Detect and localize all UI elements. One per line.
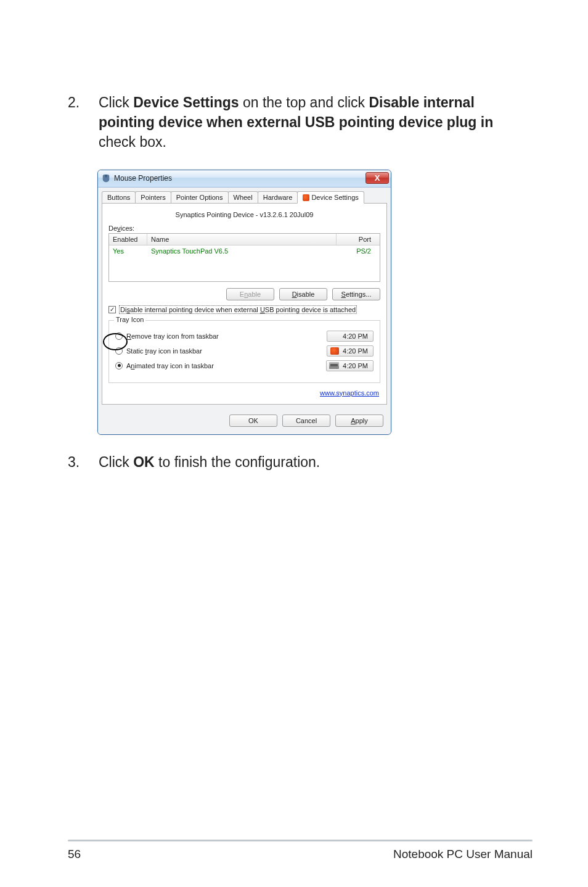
radio-label: Static tray icon in taskbar bbox=[126, 347, 202, 355]
radio-animated-tray[interactable]: Animated tray icon in taskbar 4:20 PM bbox=[115, 360, 374, 371]
tab-buttons[interactable]: Buttons bbox=[102, 191, 136, 203]
enable-button: Enable bbox=[226, 288, 274, 300]
checkbox-icon[interactable]: ✓ bbox=[108, 306, 116, 313]
mouse-icon bbox=[102, 174, 110, 183]
disable-external-checkbox-row[interactable]: ✓ Disable internal pointing device when … bbox=[108, 305, 380, 314]
step-text: Click OK to finish the configuration. bbox=[99, 452, 533, 472]
synaptics-link-row: www.synaptics.com bbox=[110, 389, 379, 397]
step-number: 2. bbox=[68, 93, 99, 152]
tab-label: Device Settings bbox=[311, 194, 358, 201]
table-header: Enabled Name Port bbox=[109, 234, 380, 245]
label-part: ices: bbox=[121, 225, 135, 232]
close-button[interactable]: X bbox=[365, 172, 389, 184]
apply-button[interactable]: Apply bbox=[335, 415, 383, 427]
cell-port: PS/2 bbox=[337, 245, 380, 257]
ok-button[interactable]: OK bbox=[229, 415, 277, 427]
radio-icon[interactable] bbox=[115, 332, 123, 340]
label-part: Di bbox=[120, 306, 126, 313]
step-text-part: to finish the configuration. bbox=[155, 454, 321, 470]
tabstrip: Buttons Pointers Pointer Options Wheel H… bbox=[98, 188, 391, 203]
tray-preview-animated: 4:20 PM bbox=[326, 360, 374, 371]
btn-underline: S bbox=[341, 291, 346, 298]
radio-label: Animated tray icon in taskbar bbox=[126, 362, 214, 369]
step-number: 3. bbox=[68, 452, 99, 472]
footer-divider bbox=[68, 840, 533, 841]
dialog-button-row: OK Cancel Apply bbox=[98, 408, 391, 434]
tray-icon-fieldset: Tray Icon Remove tray icon from taskbar … bbox=[108, 320, 380, 383]
step-text-part: on the top and click bbox=[239, 94, 369, 110]
page-number: 56 bbox=[68, 848, 81, 861]
radio-icon[interactable] bbox=[115, 347, 123, 355]
disable-button[interactable]: Disable bbox=[279, 288, 327, 300]
label-underline: R bbox=[126, 332, 131, 340]
cancel-button[interactable]: Cancel bbox=[282, 415, 330, 427]
btn-part: pply bbox=[356, 417, 368, 424]
time-text: 4:20 PM bbox=[343, 362, 368, 369]
devices-label: Devices: bbox=[108, 225, 380, 232]
label-part: imated tray icon in taskbar bbox=[134, 362, 213, 369]
table-row[interactable]: Yes Synaptics TouchPad V6.5 PS/2 bbox=[109, 245, 380, 257]
label-part: ray icon in taskbar bbox=[147, 347, 202, 355]
settings-button[interactable]: Settings... bbox=[332, 288, 380, 300]
mouse-properties-dialog: Mouse Properties X Buttons Pointers Poin… bbox=[97, 170, 391, 435]
synaptics-link[interactable]: www.synaptics.com bbox=[320, 389, 379, 397]
time-text: 4:20 PM bbox=[343, 347, 368, 355]
step-text: Click Device Settings on the top and cli… bbox=[99, 93, 533, 152]
touchpad-tray-icon bbox=[329, 362, 339, 369]
label-part: SB pointing device is attached bbox=[265, 306, 356, 313]
cell-enabled: Yes bbox=[109, 245, 147, 257]
titlebar: Mouse Properties X bbox=[98, 170, 391, 188]
synaptics-tray-icon bbox=[330, 347, 339, 355]
radio-static-tray[interactable]: Static tray icon in taskbar 4:20 PM bbox=[115, 345, 374, 357]
instruction-step-2: 2. Click Device Settings on the top and … bbox=[68, 93, 533, 152]
page-footer: 56 Notebook PC User Manual bbox=[0, 840, 588, 861]
dialog-screenshot: Mouse Properties X Buttons Pointers Poin… bbox=[97, 170, 533, 435]
tray-preview-remove: 4:20 PM bbox=[327, 331, 374, 342]
device-button-row: Enable Disable Settings... bbox=[108, 288, 380, 300]
driver-version-text: Synaptics Pointing Device - v13.2.6.1 20… bbox=[108, 211, 380, 218]
devices-table[interactable]: Enabled Name Port Yes Synaptics TouchPad… bbox=[108, 233, 380, 282]
col-header-port: Port bbox=[337, 234, 380, 245]
label-part: emove tray icon from taskbar bbox=[131, 332, 219, 340]
radio-label: Remove tray icon from taskbar bbox=[126, 332, 219, 340]
step-text-part: check box. bbox=[99, 134, 166, 150]
instruction-step-3: 3. Click OK to finish the configuration. bbox=[68, 452, 533, 472]
manual-title: Notebook PC User Manual bbox=[393, 848, 533, 861]
btn-part: able bbox=[248, 291, 261, 298]
tab-pointer-options[interactable]: Pointer Options bbox=[171, 191, 229, 203]
col-header-enabled: Enabled bbox=[109, 234, 147, 245]
step-text-bold: OK bbox=[133, 454, 155, 470]
radio-remove-tray[interactable]: Remove tray icon from taskbar 4:20 PM bbox=[115, 331, 374, 342]
svg-rect-0 bbox=[105, 175, 106, 177]
step-text-part: Click bbox=[99, 454, 133, 470]
tab-wheel[interactable]: Wheel bbox=[228, 191, 258, 203]
btn-underline: A bbox=[351, 417, 355, 424]
step-text-part: Click bbox=[99, 94, 133, 110]
tab-panel: Synaptics Pointing Device - v13.2.6.1 20… bbox=[102, 203, 387, 405]
checkbox-label: Disable internal pointing device when ex… bbox=[119, 305, 357, 314]
tray-preview-static: 4:20 PM bbox=[327, 345, 374, 357]
synaptics-icon bbox=[303, 194, 309, 201]
tray-icon-legend: Tray Icon bbox=[114, 316, 145, 323]
btn-part: isable bbox=[297, 291, 315, 298]
cell-name: Synaptics TouchPad V6.5 bbox=[147, 245, 337, 257]
btn-part: ettings... bbox=[346, 291, 372, 298]
dialog-title: Mouse Properties bbox=[114, 174, 172, 183]
label-part: De bbox=[108, 225, 117, 232]
label-underline: U bbox=[260, 306, 265, 313]
close-icon: X bbox=[375, 173, 380, 183]
step-text-bold: Device Settings bbox=[133, 94, 239, 110]
tab-hardware[interactable]: Hardware bbox=[258, 191, 298, 203]
time-text: 4:20 PM bbox=[343, 332, 368, 340]
tab-pointers[interactable]: Pointers bbox=[135, 191, 171, 203]
tab-device-settings[interactable]: Device Settings bbox=[297, 191, 364, 204]
radio-icon[interactable] bbox=[115, 362, 123, 369]
col-header-name: Name bbox=[147, 234, 337, 245]
table-body: Yes Synaptics TouchPad V6.5 PS/2 bbox=[109, 245, 380, 281]
label-part: able internal pointing device when exter… bbox=[130, 306, 260, 313]
label-part: Static bbox=[126, 347, 145, 355]
btn-underline: D bbox=[292, 291, 297, 298]
